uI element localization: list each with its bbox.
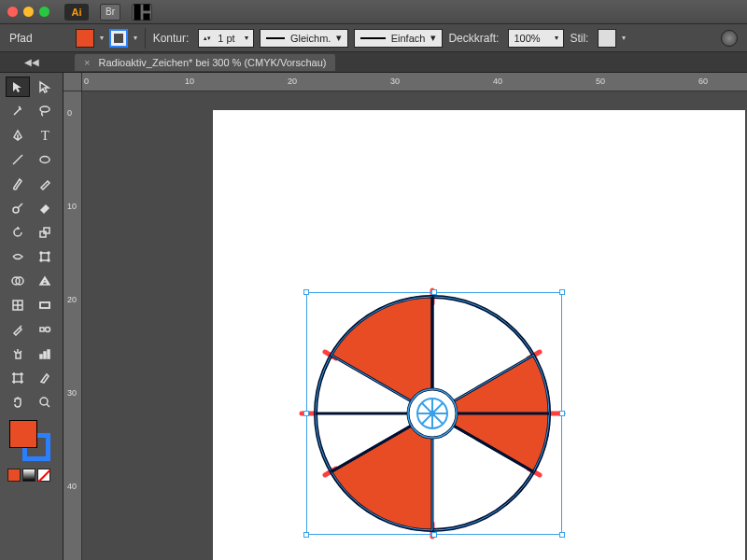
direct-selection-tool[interactable] bbox=[34, 77, 58, 97]
svg-rect-0 bbox=[134, 4, 140, 20]
svg-point-12 bbox=[48, 259, 49, 261]
svg-rect-6 bbox=[40, 231, 46, 237]
svg-point-9 bbox=[40, 252, 42, 254]
svg-point-4 bbox=[40, 157, 49, 163]
document-tabstrip: × Radioaktiv_Zeichen* bei 300 % (CMYK/Vo… bbox=[0, 52, 747, 73]
svg-rect-21 bbox=[44, 352, 46, 358]
shape-builder-tool[interactable] bbox=[6, 271, 30, 291]
pencil-tool[interactable] bbox=[34, 174, 58, 194]
blend-tool[interactable] bbox=[34, 319, 58, 340]
doc-setup-icon[interactable] bbox=[721, 30, 738, 47]
svg-point-24 bbox=[40, 398, 48, 405]
opacity-label: Deckkraft: bbox=[448, 32, 499, 45]
minimize-window-button[interactable] bbox=[23, 7, 34, 17]
color-mode-none[interactable] bbox=[37, 469, 50, 482]
line-tool[interactable] bbox=[6, 149, 30, 170]
fill-color-indicator[interactable] bbox=[9, 420, 37, 448]
opacity-value: 100% bbox=[514, 33, 540, 44]
app-badge-illustrator: Ai bbox=[64, 4, 89, 21]
svg-point-10 bbox=[48, 252, 49, 254]
scale-tool[interactable] bbox=[34, 222, 58, 243]
vertical-ruler[interactable]: 0 10 20 30 40 50 bbox=[63, 91, 82, 560]
magic-wand-tool[interactable] bbox=[6, 101, 30, 121]
svg-rect-17 bbox=[40, 328, 44, 331]
ruler-origin[interactable] bbox=[63, 73, 82, 91]
bridge-button[interactable]: Br bbox=[100, 4, 120, 21]
variable-width-profile[interactable]: Gleichm.▾ bbox=[260, 29, 348, 48]
bbox-handle-n[interactable] bbox=[431, 289, 437, 295]
type-tool[interactable]: T bbox=[34, 125, 58, 146]
ellipse-tool[interactable] bbox=[34, 149, 58, 170]
svg-point-18 bbox=[46, 328, 50, 332]
svg-rect-23 bbox=[14, 374, 21, 382]
svg-rect-22 bbox=[48, 350, 49, 358]
selection-bounding-box[interactable] bbox=[306, 292, 562, 535]
bbox-handle-s[interactable] bbox=[431, 532, 437, 538]
fill-swatch[interactable] bbox=[76, 29, 94, 48]
document-tab-title: Radioaktiv_Zeichen* bei 300 % (CMYK/Vors… bbox=[99, 57, 327, 68]
svg-rect-16 bbox=[40, 302, 49, 308]
bbox-handle-ne[interactable] bbox=[559, 289, 565, 295]
color-mode-row bbox=[7, 469, 57, 482]
slice-tool[interactable] bbox=[34, 368, 58, 388]
column-graph-tool[interactable] bbox=[34, 343, 58, 364]
bbox-handle-e[interactable] bbox=[559, 411, 565, 416]
close-tab-icon[interactable]: × bbox=[84, 57, 90, 68]
toolbox-collapse-handle[interactable]: ◀◀ bbox=[0, 52, 63, 73]
document-tab[interactable]: × Radioaktiv_Zeichen* bei 300 % (CMYK/Vo… bbox=[75, 54, 335, 71]
selection-type-label: Pfad bbox=[9, 32, 33, 45]
bbox-handle-se[interactable] bbox=[559, 532, 565, 538]
zoom-tool[interactable] bbox=[34, 392, 58, 413]
color-mode-solid[interactable] bbox=[7, 469, 21, 482]
maximize-window-button[interactable] bbox=[39, 7, 49, 17]
horizontal-ruler[interactable]: 0 10 20 30 40 50 60 bbox=[82, 73, 747, 91]
symbol-sprayer-tool[interactable] bbox=[6, 343, 30, 364]
pen-tool[interactable] bbox=[6, 125, 30, 146]
rotate-tool[interactable] bbox=[6, 222, 30, 243]
bbox-handle-nw[interactable] bbox=[303, 289, 309, 295]
document-workarea: 0 10 20 30 40 50 60 0 10 20 30 40 50 bbox=[63, 73, 747, 560]
paintbrush-tool[interactable] bbox=[6, 174, 30, 194]
stroke-weight-value: 1 pt bbox=[218, 33, 234, 44]
svg-point-3 bbox=[40, 106, 49, 112]
stroke-swatch[interactable] bbox=[109, 29, 128, 48]
artboard-tool[interactable] bbox=[6, 368, 30, 388]
opacity-field[interactable]: 100%▾ bbox=[508, 29, 564, 48]
hand-tool[interactable] bbox=[6, 392, 30, 413]
svg-rect-7 bbox=[44, 228, 49, 233]
stroke-weight-field[interactable]: ▴▾ 1 pt ▾ bbox=[198, 29, 254, 48]
free-transform-tool[interactable] bbox=[34, 246, 58, 267]
graphic-style-swatch[interactable] bbox=[598, 29, 616, 48]
stroke-label: Kontur: bbox=[153, 32, 190, 45]
bbox-handle-w[interactable] bbox=[303, 411, 309, 416]
svg-rect-2 bbox=[143, 13, 149, 20]
brush-definition[interactable]: Einfach▾ bbox=[354, 29, 443, 48]
close-window-button[interactable] bbox=[7, 7, 18, 17]
color-mode-gradient[interactable] bbox=[22, 469, 35, 482]
lasso-tool[interactable] bbox=[34, 101, 58, 121]
svg-rect-1 bbox=[143, 4, 149, 10]
eraser-tool[interactable] bbox=[34, 198, 58, 218]
svg-point-11 bbox=[40, 259, 42, 261]
perspective-grid-tool[interactable] bbox=[34, 271, 58, 291]
artboard[interactable]: Abbildung: 20 bbox=[213, 110, 745, 560]
style-label: Stil: bbox=[570, 32, 588, 45]
svg-rect-20 bbox=[40, 355, 42, 358]
selection-tool[interactable] bbox=[6, 77, 30, 97]
svg-rect-19 bbox=[16, 353, 21, 358]
blob-brush-tool[interactable] bbox=[6, 198, 30, 218]
tools-panel: T bbox=[0, 73, 63, 560]
fill-stroke-indicator[interactable] bbox=[9, 420, 50, 461]
gradient-tool[interactable] bbox=[34, 295, 58, 315]
eyedropper-tool[interactable] bbox=[6, 319, 30, 340]
mesh-tool[interactable] bbox=[6, 295, 30, 315]
width-tool[interactable] bbox=[6, 246, 30, 267]
bbox-handle-sw[interactable] bbox=[303, 532, 309, 538]
control-panel: Pfad ▾ ▾ Kontur: ▴▾ 1 pt ▾ Gleichm.▾ Ein… bbox=[0, 24, 747, 52]
window-titlebar: Ai Br bbox=[0, 0, 747, 24]
arrange-documents-button[interactable] bbox=[132, 4, 152, 21]
